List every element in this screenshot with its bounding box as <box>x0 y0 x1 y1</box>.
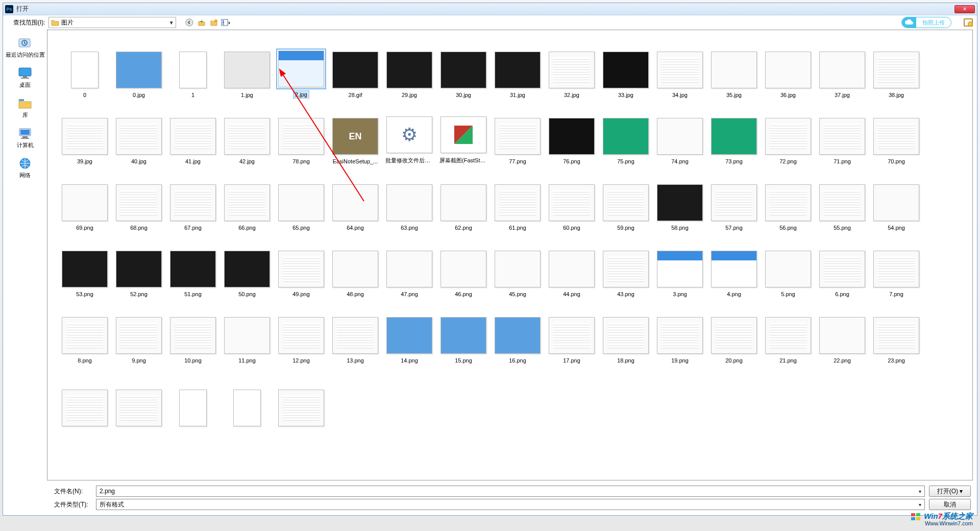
open-button[interactable]: 打开(O) ▾ <box>929 486 971 497</box>
filetype-select[interactable]: 所有格式 ▾ <box>96 499 925 510</box>
file-item[interactable]: 44.png <box>545 233 599 300</box>
file-item[interactable]: 59.png <box>599 167 653 233</box>
file-item[interactable]: 54.png <box>869 167 923 233</box>
file-item[interactable]: 30.jpg <box>436 34 491 101</box>
cloud-upload-button[interactable]: 拍照上传 <box>901 17 951 28</box>
file-item[interactable]: 64.png <box>328 167 382 233</box>
file-item[interactable]: 69.png <box>58 167 112 233</box>
file-item[interactable]: 48.png <box>328 233 382 300</box>
file-item[interactable]: 65.png <box>274 167 328 233</box>
file-item[interactable]: 60.png <box>545 167 599 233</box>
close-button[interactable]: ✕ <box>954 5 975 13</box>
file-item[interactable]: 63.png <box>382 167 436 233</box>
cancel-button[interactable]: 取消 <box>929 499 971 510</box>
file-item[interactable]: 55.png <box>815 167 869 233</box>
file-listing[interactable]: 00.jpg11.jpg2.jpg28.gif29.jpg30.jpg31.jp… <box>47 30 973 480</box>
file-item[interactable]: 17.png <box>545 300 599 366</box>
file-item[interactable]: 50.png <box>220 233 274 300</box>
file-item[interactable]: 68.png <box>112 167 166 233</box>
file-item[interactable] <box>166 366 220 432</box>
file-item[interactable]: 61.png <box>491 167 545 233</box>
file-item[interactable]: 19.png <box>653 300 707 366</box>
file-item[interactable]: 53.png <box>58 233 112 300</box>
file-item[interactable]: 52.png <box>112 233 166 300</box>
sidebar-item-computer[interactable]: 计算机 <box>3 123 47 153</box>
file-item[interactable]: 10.png <box>166 300 220 366</box>
file-item[interactable]: 0 <box>58 34 112 101</box>
filename-input[interactable]: 2.png ▾ <box>96 486 925 497</box>
sidebar-item-recent[interactable]: 最近访问的位置 <box>3 33 47 63</box>
file-item[interactable]: 14.png <box>382 300 436 366</box>
file-item[interactable]: 74.png <box>653 101 707 167</box>
file-item[interactable] <box>58 366 112 432</box>
file-item[interactable]: 1 <box>166 34 220 101</box>
file-item[interactable]: 42.jpg <box>220 101 274 167</box>
file-item[interactable]: 51.png <box>166 233 220 300</box>
file-item[interactable]: 75.png <box>599 101 653 167</box>
new-folder-button[interactable] <box>209 17 219 28</box>
file-item[interactable]: 35.jpg <box>707 34 761 101</box>
file-item[interactable]: 37.jpg <box>815 34 869 101</box>
file-item[interactable]: 屏幕截图(FastStone Cap... <box>436 101 491 167</box>
file-item[interactable]: 23.png <box>869 300 923 366</box>
file-item[interactable]: 43.png <box>599 233 653 300</box>
file-item[interactable]: 16.png <box>491 300 545 366</box>
file-item[interactable]: 0.jpg <box>112 34 166 101</box>
file-item[interactable]: 72.png <box>761 101 815 167</box>
file-item[interactable]: 77.png <box>491 101 545 167</box>
file-item[interactable]: 73.png <box>707 101 761 167</box>
file-item[interactable]: 56.png <box>761 167 815 233</box>
file-item[interactable]: 8.png <box>58 300 112 366</box>
file-item[interactable]: 66.png <box>220 167 274 233</box>
sidebar-item-network[interactable]: 网络 <box>3 153 47 183</box>
file-item[interactable]: 58.png <box>653 167 707 233</box>
sidebar-item-library[interactable]: 库 <box>3 93 47 123</box>
file-item[interactable]: 31.jpg <box>491 34 545 101</box>
file-item[interactable]: 28.gif <box>328 34 382 101</box>
file-item[interactable]: 3.png <box>653 233 707 300</box>
file-item[interactable]: 39.jpg <box>58 101 112 167</box>
file-item[interactable]: 78.png <box>274 101 328 167</box>
camera-icon[interactable] <box>964 18 973 27</box>
lookin-combo[interactable]: 图片 ▼ <box>48 17 176 28</box>
file-item[interactable] <box>220 366 274 432</box>
file-item[interactable]: 33.jpg <box>599 34 653 101</box>
file-item[interactable] <box>274 366 328 432</box>
file-item[interactable]: 4.png <box>707 233 761 300</box>
file-item[interactable]: 20.png <box>707 300 761 366</box>
file-item[interactable]: 18.png <box>599 300 653 366</box>
file-item[interactable]: 45.png <box>491 233 545 300</box>
file-item[interactable]: 11.png <box>220 300 274 366</box>
file-item[interactable]: 62.png <box>436 167 491 233</box>
file-item[interactable]: 7.png <box>869 233 923 300</box>
file-item[interactable]: 71.png <box>815 101 869 167</box>
file-item[interactable]: 22.png <box>815 300 869 366</box>
file-item[interactable]: 76.png <box>545 101 599 167</box>
file-item[interactable]: 32.jpg <box>545 34 599 101</box>
back-button[interactable] <box>184 17 194 28</box>
file-item[interactable]: 5.png <box>761 233 815 300</box>
file-item[interactable]: 15.png <box>436 300 491 366</box>
file-item[interactable] <box>112 366 166 432</box>
file-item[interactable]: 29.jpg <box>382 34 436 101</box>
file-item[interactable]: ENEasiNoteSetup_... <box>328 101 382 167</box>
file-item[interactable]: 1.jpg <box>220 34 274 101</box>
file-item[interactable]: 67.png <box>166 167 220 233</box>
file-item[interactable]: 13.png <box>328 300 382 366</box>
up-button[interactable] <box>197 17 207 28</box>
file-item[interactable]: 38.jpg <box>869 34 923 101</box>
file-item[interactable]: 12.png <box>274 300 328 366</box>
file-item[interactable]: 49.png <box>274 233 328 300</box>
file-item[interactable]: 47.png <box>382 233 436 300</box>
file-item[interactable]: 2.jpg <box>274 34 328 101</box>
view-menu-button[interactable] <box>221 17 231 28</box>
file-item[interactable]: 36.jpg <box>761 34 815 101</box>
file-item[interactable]: 40.jpg <box>112 101 166 167</box>
file-item[interactable]: 41.jpg <box>166 101 220 167</box>
file-item[interactable]: 9.png <box>112 300 166 366</box>
file-item[interactable]: 57.png <box>707 167 761 233</box>
file-item[interactable]: 6.png <box>815 233 869 300</box>
file-item[interactable]: 46.png <box>436 233 491 300</box>
file-item[interactable]: 21.png <box>761 300 815 366</box>
file-item[interactable]: 34.jpg <box>653 34 707 101</box>
